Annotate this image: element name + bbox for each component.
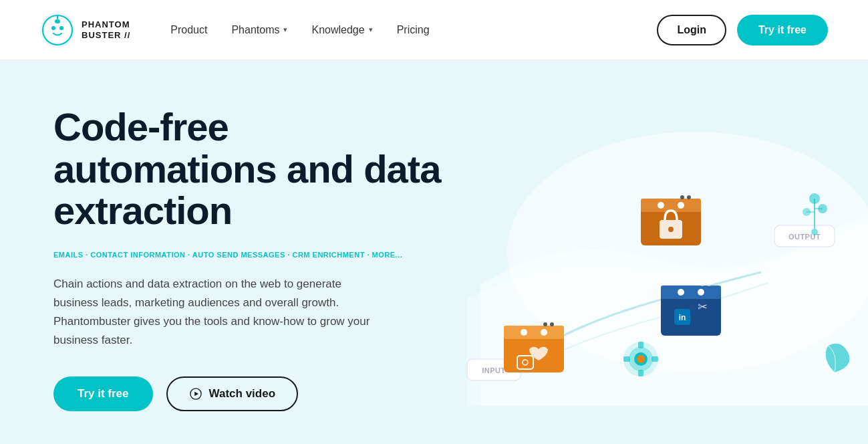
try-it-free-button[interactable]: Try it free (737, 15, 828, 45)
svg-rect-44 (652, 356, 658, 362)
header: PHANTOM BUSTER // Product Phantoms ▾ Kno… (0, 0, 868, 60)
svg-point-20 (550, 322, 554, 326)
svg-point-37 (687, 195, 691, 199)
svg-point-16 (541, 329, 547, 336)
svg-rect-22 (661, 286, 721, 299)
svg-point-48 (809, 193, 820, 204)
header-actions: Login Try it free (657, 15, 828, 45)
chevron-down-icon: ▾ (369, 25, 373, 34)
svg-rect-14 (504, 326, 564, 339)
svg-point-15 (521, 329, 527, 336)
hero-section: Code-free automations and data extractio… (0, 60, 868, 444)
svg-point-29 (707, 282, 711, 286)
logo-icon (40, 13, 75, 47)
play-icon (189, 387, 202, 401)
nav-phantoms[interactable]: Phantoms ▾ (231, 24, 287, 36)
svg-point-45 (637, 355, 645, 363)
hero-tags: EMAILS · CONTACT INFORMATION · AUTO SEND… (53, 251, 441, 259)
svg-text:in: in (679, 313, 686, 322)
logo[interactable]: PHANTOM BUSTER // (40, 13, 130, 47)
watch-video-button[interactable]: Watch video (166, 376, 299, 411)
svg-rect-5 (57, 15, 58, 19)
svg-point-33 (678, 202, 684, 209)
hero-try-free-button[interactable]: Try it free (53, 376, 153, 411)
login-button[interactable]: Login (657, 15, 726, 45)
svg-rect-41 (638, 342, 643, 348)
svg-text:✂: ✂ (698, 300, 708, 314)
main-nav: Product Phantoms ▾ Knowledge ▾ Pricing (170, 24, 657, 36)
svg-point-46 (811, 229, 818, 235)
nav-pricing[interactable]: Pricing (397, 24, 430, 36)
svg-rect-42 (638, 370, 643, 376)
hero-illustration: INPUT OUTPUT (427, 98, 868, 406)
logo-text: PHANTOM BUSTER // (82, 19, 130, 40)
hero-content: Code-free automations and data extractio… (53, 106, 441, 411)
svg-point-2 (51, 26, 55, 30)
svg-point-3 (59, 26, 63, 30)
hero-description: Chain actions and data extraction on the… (53, 275, 388, 350)
svg-text:INPUT: INPUT (482, 366, 506, 374)
svg-marker-7 (194, 392, 198, 396)
svg-point-24 (698, 289, 704, 296)
svg-point-35 (668, 227, 674, 232)
svg-rect-4 (55, 19, 60, 23)
svg-rect-43 (623, 356, 630, 362)
svg-point-19 (543, 322, 547, 326)
nav-knowledge[interactable]: Knowledge ▾ (311, 24, 372, 36)
hero-buttons: Try it free Watch video (53, 376, 441, 411)
svg-point-23 (678, 289, 684, 296)
svg-point-28 (700, 282, 704, 286)
svg-point-36 (680, 195, 684, 199)
svg-point-32 (658, 202, 664, 209)
nav-product[interactable]: Product (170, 24, 207, 36)
hero-title: Code-free automations and data extractio… (53, 106, 441, 232)
chevron-down-icon: ▾ (283, 25, 287, 34)
